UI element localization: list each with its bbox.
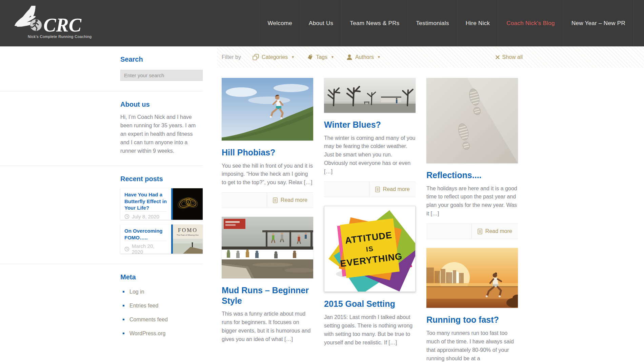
svg-text:FOMO: FOMO (178, 227, 198, 233)
clear-x-icon (496, 55, 500, 59)
post-excerpt: Jan 2015: Last month I talked about sett… (324, 313, 416, 347)
post-footer: Read more (426, 223, 518, 239)
recent-post-date: March 20, 2020 (132, 243, 166, 255)
filter-bar: Filter by Categories ▼ Tags ▼ (217, 46, 644, 68)
search-title: Search (120, 56, 203, 63)
logo-acronym: CRC (43, 15, 82, 36)
post-card-2015-goal-setting: ATTITUDE IS EVERYTHING 2015 Goal Setting… (324, 206, 416, 347)
categories-filter-dropdown[interactable]: Categories ▼ (253, 54, 295, 60)
post-excerpt: The winter is coming and many of you may… (324, 134, 416, 176)
recent-post-title[interactable]: On Overcoming FOMO….. (124, 228, 168, 241)
post-title[interactable]: Mud Runs – Beginner Style (222, 285, 313, 306)
nav-item-hire-nick[interactable]: Hire Nick (457, 0, 498, 46)
recent-post-title[interactable]: Have You Had a Butterfly Effect in Your … (124, 191, 168, 211)
post-image-sunset-runner[interactable] (426, 248, 518, 308)
post-excerpt: Too many runners run too fast too much o… (426, 329, 518, 362)
nav-item-about-us[interactable]: About Us (300, 0, 341, 46)
post-image-woman-running-up-hill[interactable] (222, 78, 313, 141)
nav-item-new-year-new-pr[interactable]: New Year – New PR (563, 0, 634, 46)
site-logo[interactable]: CRC Nick's Complete Running Coaching (13, 6, 92, 41)
clock-icon (124, 247, 129, 252)
post-card-hill-phobias: Hill Phobias? You see the hill in front … (222, 78, 313, 208)
filter-by-label: Filter by (222, 54, 241, 60)
recent-post-fomo[interactable]: On Overcoming FOMO….. March 20, 2020 FOM… (120, 225, 203, 254)
recent-post-date: July 8, 2020 (132, 214, 159, 219)
nav-item-team-news-prs[interactable]: Team News & PRs (341, 0, 407, 46)
nav-item-testimonials[interactable]: Testimonials (408, 0, 457, 46)
tag-icon (307, 54, 313, 60)
post-card-running-too-fast: Running too fast? Too many runners run t… (426, 248, 518, 362)
post-card-mud-runs: Mud Runs – Beginner Style This was a fun… (222, 217, 313, 344)
meta-link-comments-feed[interactable]: Comments feed (120, 317, 203, 323)
person-icon (346, 54, 353, 60)
sidebar-section-recent-posts: Recent posts Have You Had a Butterfly Ef… (0, 166, 203, 264)
post-title[interactable]: Winter Blues? (324, 120, 416, 130)
post-footer: Read more (324, 182, 416, 197)
categories-stack-icon (253, 54, 259, 60)
main-navigation: Welcome About Us Team News & PRs Testimo… (259, 0, 634, 46)
authors-filter-dropdown[interactable]: Authors ▼ (346, 54, 381, 60)
meta-link-entries-feed[interactable]: Entries feed (120, 303, 203, 309)
document-icon (273, 197, 278, 203)
posts-column-2: Winter Blues? The winter is coming and m… (324, 78, 416, 347)
posts-column-1: Hill Phobias? You see the hill in front … (222, 78, 313, 344)
post-image-footprints-in-sand[interactable] (426, 78, 518, 163)
post-image-attitude-sticky-notes[interactable]: ATTITUDE IS EVERYTHING (324, 206, 416, 292)
nav-item-welcome[interactable]: Welcome (259, 0, 300, 46)
crc-winged-runner-logo: CRC Nick's Complete Running Coaching (13, 6, 92, 40)
logo-tagline: Nick's Complete Running Coaching (28, 35, 92, 39)
posts-column-3: Reflections.... The holidays are here an… (426, 78, 518, 362)
about-text: Hi, I’m Coach Nick and I have been runni… (120, 113, 203, 155)
chevron-down-icon: ▼ (291, 55, 295, 59)
post-image-winter-trees[interactable] (324, 78, 416, 113)
butterfly-attractor-thumbnail[interactable] (171, 188, 203, 220)
post-image-mud-run-obstacle[interactable] (222, 217, 313, 278)
post-card-winter-blues: Winter Blues? The winter is coming and m… (324, 78, 416, 197)
document-icon (375, 187, 380, 192)
meta-title: Meta (120, 273, 203, 281)
site-header: CRC Nick's Complete Running Coaching Wel… (0, 0, 644, 46)
svg-text:IS: IS (366, 245, 374, 253)
post-title[interactable]: Hill Phobias? (222, 147, 313, 158)
document-icon (478, 229, 482, 234)
about-title: About us (120, 101, 203, 108)
post-footer: Read more (222, 192, 313, 208)
sidebar-section-meta: Meta Log in Entries feed Comments feed W… (0, 264, 203, 347)
read-more-button[interactable]: Read more (471, 224, 518, 239)
posts-grid: Hill Phobias? You see the hill in front … (217, 68, 644, 362)
recent-posts-title: Recent posts (120, 175, 203, 183)
tags-filter-dropdown[interactable]: Tags ▼ (307, 54, 334, 60)
fomo-book-cover-thumbnail[interactable]: FOMO The Fear of Missing Out. (171, 225, 203, 254)
chevron-down-icon: ▼ (331, 55, 334, 59)
svg-text:The Fear of Missing Out.: The Fear of Missing Out. (177, 234, 199, 236)
sidebar-section-search: Search (0, 46, 203, 91)
read-more-button[interactable]: Read more (267, 193, 313, 208)
blog-main: Filter by Categories ▼ Tags ▼ (217, 46, 644, 362)
nav-item-coach-nicks-blog[interactable]: Coach Nick's Blog (498, 0, 563, 46)
post-card-reflections: Reflections.... The holidays are here an… (426, 78, 518, 239)
post-title[interactable]: Reflections.... (426, 170, 518, 180)
sidebar-section-about: About us Hi, I’m Coach Nick and I have b… (0, 91, 203, 166)
chevron-down-icon: ▼ (377, 55, 381, 59)
post-excerpt: This was a funny article about mud runs … (222, 310, 313, 344)
post-excerpt: The holidays are here and it is a good t… (426, 185, 518, 218)
read-more-button[interactable]: Read more (369, 182, 416, 197)
search-input[interactable] (120, 70, 203, 81)
recent-post-butterfly-effect[interactable]: Have You Had a Butterfly Effect in Your … (120, 188, 203, 220)
meta-links: Log in Entries feed Comments feed WordPr… (120, 289, 203, 337)
meta-link-log-in[interactable]: Log in (120, 289, 203, 295)
post-title[interactable]: 2015 Goal Setting (324, 299, 416, 309)
meta-link-wordpress-org[interactable]: WordPress.org (120, 331, 203, 337)
show-all-button[interactable]: Show all (496, 54, 523, 60)
clock-icon (124, 214, 129, 219)
sidebar: Search About us Hi, I’m Coach Nick and I… (0, 46, 217, 362)
post-title[interactable]: Running too fast? (426, 315, 518, 325)
crowd-silhouettes (227, 250, 296, 258)
post-excerpt: You see the hill in front of you and it … (222, 162, 313, 187)
